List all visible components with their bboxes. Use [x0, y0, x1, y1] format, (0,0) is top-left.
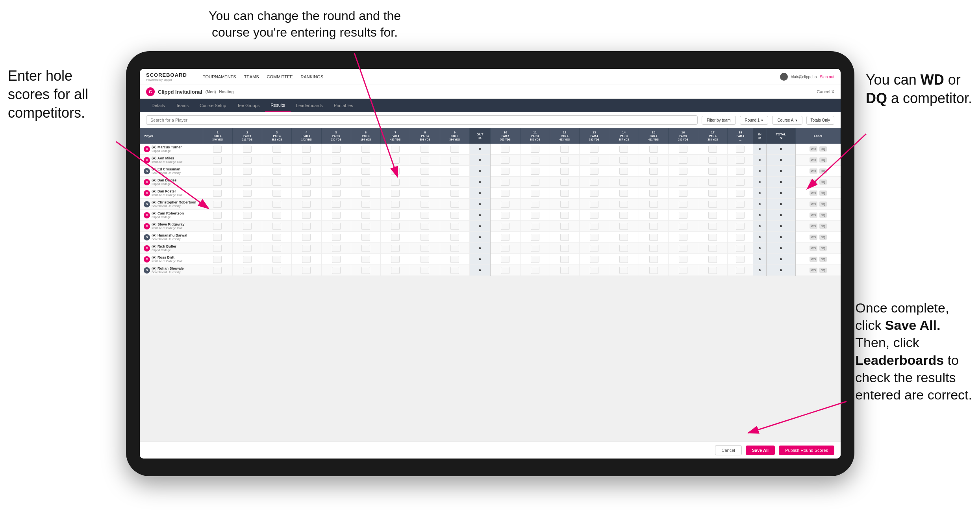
wd-button[interactable]: WD	[810, 168, 818, 174]
score-input-15[interactable]	[649, 179, 658, 186]
score-input-18[interactable]	[736, 157, 745, 164]
score-input-13[interactable]	[590, 245, 598, 252]
score-input-8[interactable]	[421, 234, 429, 241]
score-input-13[interactable]	[590, 256, 598, 263]
score-input-11[interactable]	[531, 267, 539, 274]
score-input-17[interactable]	[708, 234, 717, 241]
score-input-11[interactable]	[531, 146, 539, 153]
score-input-8[interactable]	[421, 157, 429, 164]
score-input-1[interactable]	[213, 157, 222, 164]
score-input-5[interactable]	[332, 157, 341, 164]
score-input-1[interactable]	[213, 146, 222, 153]
score-input-7[interactable]	[391, 267, 400, 274]
score-input-1[interactable]	[213, 212, 222, 219]
score-input-6[interactable]	[361, 245, 370, 252]
tab-results[interactable]: Results	[265, 99, 291, 112]
score-input-13[interactable]	[590, 190, 598, 197]
score-input-15[interactable]	[649, 190, 658, 197]
dq-button[interactable]: DQ	[819, 246, 827, 251]
score-input-8[interactable]	[421, 190, 429, 197]
wd-button[interactable]: WD	[810, 157, 818, 163]
wd-button[interactable]: WD	[810, 146, 818, 152]
score-input-13[interactable]	[590, 201, 598, 208]
score-input-13[interactable]	[590, 223, 598, 230]
score-input-16[interactable]	[679, 245, 687, 252]
score-input-8[interactable]	[421, 212, 429, 219]
score-input-4[interactable]	[302, 245, 311, 252]
score-input-9[interactable]	[450, 223, 459, 230]
score-input-18[interactable]	[736, 267, 745, 274]
score-input-15[interactable]	[649, 223, 658, 230]
score-input-9[interactable]	[450, 179, 459, 186]
score-input-9[interactable]	[450, 157, 459, 164]
dq-button[interactable]: DQ	[819, 179, 827, 185]
dq-button[interactable]: DQ	[819, 146, 827, 152]
score-input-6[interactable]	[361, 267, 370, 274]
score-input-9[interactable]	[450, 212, 459, 219]
score-input-13[interactable]	[590, 267, 598, 274]
score-input-6[interactable]	[361, 212, 370, 219]
score-input-17[interactable]	[708, 146, 717, 153]
tab-leaderboards[interactable]: Leaderboards	[291, 99, 328, 112]
score-input-3[interactable]	[272, 201, 281, 208]
tab-printables[interactable]: Printables	[328, 99, 359, 112]
score-input-7[interactable]	[391, 223, 400, 230]
score-input-4[interactable]	[302, 212, 311, 219]
score-input-5[interactable]	[332, 201, 341, 208]
score-input-14[interactable]	[619, 267, 628, 274]
wd-button[interactable]: WD	[810, 190, 818, 196]
score-input-14[interactable]	[619, 201, 628, 208]
dq-button[interactable]: DQ	[819, 202, 827, 207]
score-input-2[interactable]	[243, 179, 252, 186]
score-input-16[interactable]	[679, 234, 687, 241]
wd-button[interactable]: WD	[810, 202, 818, 207]
score-input-1[interactable]	[213, 245, 222, 252]
course-selector[interactable]: Course A ▾	[772, 116, 802, 125]
score-input-14[interactable]	[619, 256, 628, 263]
score-input-1[interactable]	[213, 223, 222, 230]
wd-button[interactable]: WD	[810, 213, 818, 218]
score-input-15[interactable]	[649, 267, 658, 274]
round-selector[interactable]: Round 1 ▾	[740, 116, 769, 125]
score-input-16[interactable]	[679, 267, 687, 274]
score-input-17[interactable]	[708, 245, 717, 252]
score-input-3[interactable]	[272, 223, 281, 230]
score-input-14[interactable]	[619, 146, 628, 153]
score-input-10[interactable]	[501, 190, 509, 197]
score-input-13[interactable]	[590, 146, 598, 153]
score-input-15[interactable]	[649, 256, 658, 263]
score-input-3[interactable]	[272, 168, 281, 175]
wd-button[interactable]: WD	[810, 179, 818, 185]
score-input-18[interactable]	[736, 212, 745, 219]
score-input-12[interactable]	[560, 146, 569, 153]
score-input-9[interactable]	[450, 267, 459, 274]
score-input-3[interactable]	[272, 157, 281, 164]
score-input-16[interactable]	[679, 157, 687, 164]
score-input-10[interactable]	[501, 245, 509, 252]
nav-rankings[interactable]: RANKINGS	[301, 74, 323, 79]
score-input-2[interactable]	[243, 168, 252, 175]
score-input-11[interactable]	[531, 201, 539, 208]
nav-tournaments[interactable]: TOURNAMENTS	[203, 74, 236, 79]
score-input-5[interactable]	[332, 168, 341, 175]
score-input-6[interactable]	[361, 234, 370, 241]
score-input-3[interactable]	[272, 179, 281, 186]
score-input-11[interactable]	[531, 190, 539, 197]
score-input-2[interactable]	[243, 146, 252, 153]
nav-teams[interactable]: TEAMS	[244, 74, 259, 79]
score-input-7[interactable]	[391, 256, 400, 263]
tab-course-setup[interactable]: Course Setup	[194, 99, 232, 112]
score-input-17[interactable]	[708, 256, 717, 263]
score-input-4[interactable]	[302, 190, 311, 197]
dq-button[interactable]: DQ	[819, 190, 827, 196]
score-input-7[interactable]	[391, 157, 400, 164]
score-input-13[interactable]	[590, 157, 598, 164]
score-input-10[interactable]	[501, 212, 509, 219]
score-input-12[interactable]	[560, 157, 569, 164]
score-input-1[interactable]	[213, 168, 222, 175]
score-input-7[interactable]	[391, 234, 400, 241]
score-input-3[interactable]	[272, 245, 281, 252]
score-input-2[interactable]	[243, 245, 252, 252]
score-input-11[interactable]	[531, 256, 539, 263]
score-input-18[interactable]	[736, 223, 745, 230]
